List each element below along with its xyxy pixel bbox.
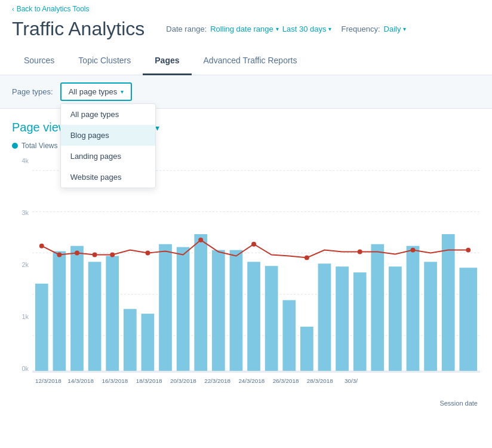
bar-12 xyxy=(230,250,243,371)
x-label-4: 18/3/2018 xyxy=(136,378,162,384)
y-label-4k: 4k xyxy=(21,157,29,164)
page-type-filter-label: Page types: xyxy=(12,87,53,96)
legend-label-total-views: Total Views xyxy=(21,142,57,150)
page-header: Traffic Analytics Date range: Rolling da… xyxy=(0,16,492,47)
x-label-7: 24/3/2018 xyxy=(238,378,265,384)
bar-15 xyxy=(282,300,296,370)
bar-6 xyxy=(124,309,137,371)
line-dot-2 xyxy=(57,253,61,257)
tab-topic-clusters[interactable]: Topic Clusters xyxy=(66,47,143,75)
page-type-dropdown-menu: All page types Blog pages Landing pages … xyxy=(60,103,156,188)
frequency-group: Frequency: Daily ▾ xyxy=(341,24,406,33)
y-label-2k: 2k xyxy=(21,261,29,268)
page-type-dropdown-button[interactable]: All page types ▾ xyxy=(60,82,133,101)
bar-1 xyxy=(35,284,48,371)
dropdown-item-website[interactable]: Website pages xyxy=(61,167,155,188)
x-label-6: 22/3/2018 xyxy=(204,378,230,384)
x-label-8: 26/3/2018 xyxy=(273,378,299,384)
bar-5 xyxy=(106,256,119,370)
line-dot-4 xyxy=(93,253,97,257)
bar-24 xyxy=(442,234,455,371)
bar-17 xyxy=(318,263,331,371)
x-label-1: 12/3/2018 xyxy=(35,378,61,384)
line-dot-11 xyxy=(411,248,416,253)
bar-7 xyxy=(142,314,155,371)
dropdown-item-blog[interactable]: Blog pages xyxy=(61,125,155,146)
bar-23 xyxy=(424,262,437,371)
dropdown-item-all[interactable]: All page types xyxy=(61,104,155,125)
y-axis: 0k 1k 2k 3k 4k xyxy=(12,157,29,384)
page-type-selected-value: All page types xyxy=(69,87,118,96)
back-to-analytics-link[interactable]: ‹ Back to Analytics Tools xyxy=(0,0,492,16)
date-range-period-dropdown[interactable]: Last 30 days ▾ xyxy=(282,24,332,33)
dropdown-item-landing[interactable]: Landing pages xyxy=(61,146,155,167)
line-dot-1 xyxy=(39,244,44,248)
x-label-9: 28/3/2018 xyxy=(307,378,333,384)
y-label-1k: 1k xyxy=(21,313,29,320)
bar-4 xyxy=(88,262,102,371)
chart-title-caret-icon[interactable]: ▾ xyxy=(155,123,159,133)
date-range-label: Date range: xyxy=(166,24,207,33)
caret-icon: ▾ xyxy=(276,26,279,32)
bar-25 xyxy=(459,268,477,371)
line-dot-3 xyxy=(75,251,79,256)
legend-dot-total-views xyxy=(12,143,18,149)
chart-wrapper: 0k 1k 2k 3k 4k xyxy=(12,157,480,407)
tab-advanced[interactable]: Advanced Traffic Reports xyxy=(192,47,309,75)
bar-2 xyxy=(53,251,66,371)
chart-svg: 12/3/2018 14/3/2018 16/3/2018 18/3/2018 … xyxy=(32,157,480,396)
bar-3 xyxy=(70,246,84,371)
frequency-label: Frequency: xyxy=(341,24,380,33)
frequency-dropdown[interactable]: Daily ▾ xyxy=(384,24,407,33)
caret-icon: ▾ xyxy=(403,26,406,32)
bar-11 xyxy=(212,250,225,371)
back-link-label: Back to Analytics Tools xyxy=(17,5,90,13)
x-label-2: 14/3/2018 xyxy=(67,378,94,384)
y-label-3k: 3k xyxy=(21,209,29,216)
y-label-0k: 0k xyxy=(21,365,29,372)
line-dot-8 xyxy=(251,242,256,247)
tab-pages[interactable]: Pages xyxy=(143,47,191,75)
caret-icon: ▾ xyxy=(328,26,331,32)
chevron-left-icon: ‹ xyxy=(12,5,14,13)
x-label-5: 20/3/2018 xyxy=(170,378,196,384)
bar-22 xyxy=(407,246,420,371)
caret-down-icon: ▾ xyxy=(121,88,124,95)
x-axis-title: Session date xyxy=(32,400,480,407)
bar-10 xyxy=(194,234,207,371)
date-range-type-dropdown[interactable]: Rolling date range ▾ xyxy=(210,24,279,33)
bar-18 xyxy=(336,266,349,371)
navigation-tabs: Sources Topic Clusters Pages Advanced Tr… xyxy=(0,47,492,75)
page-type-dropdown-container: All page types ▾ All page types Blog pag… xyxy=(60,82,133,101)
bar-9 xyxy=(177,247,190,371)
x-label-3: 16/3/2018 xyxy=(102,378,128,384)
line-dot-10 xyxy=(358,250,362,254)
bar-20 xyxy=(371,244,384,371)
bar-16 xyxy=(300,327,313,371)
x-label-10: 30/3/ xyxy=(345,378,358,384)
line-dot-7 xyxy=(198,238,203,243)
bar-14 xyxy=(265,266,278,371)
tab-sources[interactable]: Sources xyxy=(12,47,66,75)
line-dot-9 xyxy=(305,255,309,260)
bar-21 xyxy=(389,266,402,371)
line-dot-12 xyxy=(466,248,471,253)
chart-svg-container: 12/3/2018 14/3/2018 16/3/2018 18/3/2018 … xyxy=(32,157,480,407)
header-controls: Date range: Rolling date range ▾ Last 30… xyxy=(166,24,406,33)
bar-13 xyxy=(247,262,260,371)
filter-bar: Page types: All page types ▾ All page ty… xyxy=(0,75,492,109)
line-dot-6 xyxy=(145,251,150,256)
line-dot-5 xyxy=(110,253,115,257)
bar-8 xyxy=(159,244,172,371)
page-title: Traffic Analytics xyxy=(12,18,144,40)
bar-19 xyxy=(353,272,367,371)
date-range-group: Date range: Rolling date range ▾ Last 30… xyxy=(166,24,331,33)
